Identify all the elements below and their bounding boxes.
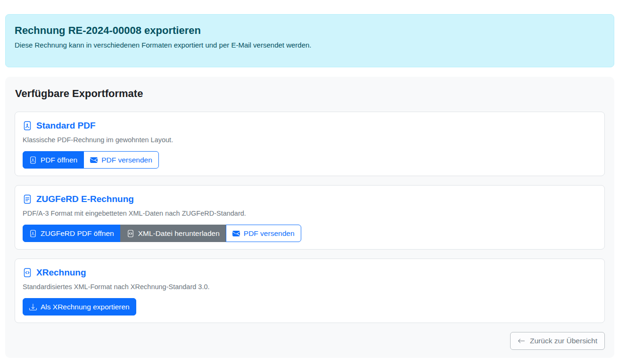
back-button-label: Zurück zur Übersicht [530, 336, 597, 346]
format-description: PDF/A-3 Format mit eingebetteten XML-Dat… [23, 209, 597, 218]
file-code-icon [127, 230, 134, 237]
alert-title: Rechnung RE-2024-00008 exportieren [15, 24, 605, 37]
download-icon [29, 303, 37, 311]
alert-description: Diese Rechnung kann in verschiedenen For… [15, 41, 605, 49]
button-label: XML-Datei herunterladen [138, 228, 220, 238]
format-list: Standard PDF Klassische PDF-Rechnung im … [15, 112, 605, 323]
file-text-icon [23, 194, 32, 204]
button-label: ZUGFeRD PDF öffnen [41, 228, 114, 238]
file-pdf-icon [23, 121, 32, 130]
section-heading: Verfügbare Exportformate [15, 88, 605, 100]
button-label: Als XRechnung exportieren [41, 302, 130, 312]
format-title: XRechnung [36, 267, 86, 278]
format-title-row: XRechnung [23, 267, 597, 278]
pdf-oeffnen-button[interactable]: PDF öffnen [23, 151, 84, 169]
format-card-xrechnung: XRechnung Standardisiertes XML-Format na… [15, 259, 605, 323]
format-button-group: ZUGFeRD PDF öffnen XML-Datei herunterlad… [23, 225, 301, 242]
file-pdf-icon [29, 156, 37, 164]
file-code-icon [23, 268, 32, 277]
format-description: Klassische PDF-Rechnung im gewohnten Lay… [23, 136, 597, 145]
envelope-icon [90, 156, 98, 164]
als-xrechnung-exportieren-button[interactable]: Als XRechnung exportieren [23, 298, 136, 315]
format-card-zugferd: ZUGFeRD E-Rechnung PDF/A-3 Format mit ei… [15, 185, 605, 250]
page-container: Rechnung RE-2024-00008 exportieren Diese… [5, 14, 614, 358]
pdf-versenden-button[interactable]: PDF versenden [83, 151, 159, 169]
envelope-icon [232, 230, 240, 237]
format-title: Standard PDF [36, 120, 96, 131]
format-title: ZUGFeRD E-Rechnung [36, 194, 134, 205]
format-button-group: Als XRechnung exportieren [23, 298, 136, 315]
back-to-overview-button[interactable]: Zurück zur Übersicht [510, 332, 605, 350]
format-title-row: Standard PDF [23, 120, 597, 131]
format-title-row: ZUGFeRD E-Rechnung [23, 194, 597, 205]
export-formats-section: Verfügbare Exportformate Standard PDF Kl… [5, 77, 614, 358]
format-description: Standardisiertes XML-Format nach XRechnu… [23, 283, 597, 291]
zugferd-pdf-oeffnen-button[interactable]: ZUGFeRD PDF öffnen [23, 225, 121, 242]
arrow-left-icon [518, 337, 525, 345]
file-pdf-icon [29, 230, 37, 237]
xml-datei-herunterladen-button[interactable]: XML-Datei herunterladen [120, 225, 226, 242]
button-label: PDF öffnen [41, 155, 77, 165]
invoice-export-alert: Rechnung RE-2024-00008 exportieren Diese… [5, 14, 614, 67]
pdf-versenden-button[interactable]: PDF versenden [226, 225, 301, 242]
button-label: PDF versenden [244, 228, 295, 238]
button-label: PDF versenden [101, 155, 152, 165]
format-button-group: PDF öffnen PDF versenden [23, 151, 159, 169]
format-card-standard-pdf: Standard PDF Klassische PDF-Rechnung im … [15, 112, 605, 176]
section-footer: Zurück zur Übersicht [15, 332, 605, 350]
